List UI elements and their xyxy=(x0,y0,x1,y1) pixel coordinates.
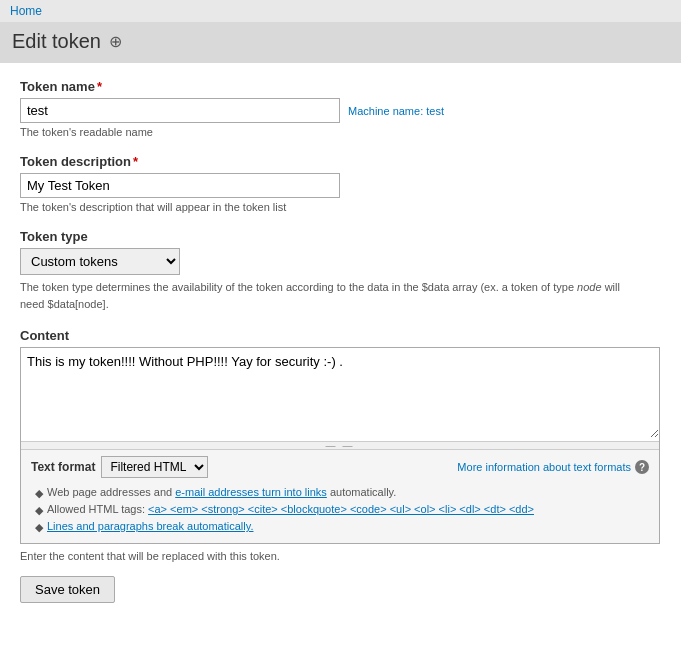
token-type-select[interactable]: Custom tokens Node User Global xyxy=(20,248,180,275)
rule-text-3: Lines and paragraphs break automatically… xyxy=(47,520,253,532)
more-info-label: More information about text formats xyxy=(457,461,631,473)
content-hint: Enter the content that will be replaced … xyxy=(20,550,661,562)
rule-item-2: ◆ Allowed HTML tags: <a> <em> <strong> <… xyxy=(35,503,649,517)
content-label: Content xyxy=(20,328,661,343)
more-info-link[interactable]: More information about text formats ? xyxy=(457,460,649,474)
rules-list: ◆ Web page addresses and e-mail addresse… xyxy=(35,486,649,534)
resize-dots: — — xyxy=(326,440,355,451)
content-box: — — Text format Filtered HTML Full HTML … xyxy=(20,347,660,544)
machine-name-hint: Machine name: test xyxy=(348,105,444,117)
rule-link-1[interactable]: e-mail addresses turn into links xyxy=(175,486,327,498)
format-left: Text format Filtered HTML Full HTML Plai… xyxy=(31,456,208,478)
resize-handle: — — xyxy=(21,441,659,449)
token-type-label: Token type xyxy=(20,229,661,244)
breadcrumb: Home xyxy=(0,0,681,22)
token-type-group: Token type Custom tokens Node User Globa… xyxy=(20,229,661,312)
edit-token-form: Token name* Machine name: test The token… xyxy=(0,63,681,619)
page-header: Edit token ⊕ xyxy=(0,22,681,63)
help-icon: ? xyxy=(635,460,649,474)
rule-text-1: Web page addresses and e-mail addresses … xyxy=(47,486,396,498)
bullet-1: ◆ xyxy=(35,487,43,500)
token-name-hint: The token's readable name xyxy=(20,126,661,138)
required-star: * xyxy=(97,79,102,94)
content-section: Content — — Text format Filtered HTML Fu… xyxy=(20,328,661,562)
add-icon[interactable]: ⊕ xyxy=(109,32,122,51)
home-link[interactable]: Home xyxy=(10,4,42,18)
token-name-group: Token name* Machine name: test The token… xyxy=(20,79,661,138)
token-name-input[interactable] xyxy=(20,98,340,123)
token-description-label: Token description* xyxy=(20,154,661,169)
rule-link-3[interactable]: Lines and paragraphs break automatically… xyxy=(47,520,253,532)
page-title: Edit token xyxy=(12,30,101,53)
token-description-hint: The token's description that will appear… xyxy=(20,201,661,213)
content-textarea[interactable] xyxy=(21,348,659,438)
format-bar-top: Text format Filtered HTML Full HTML Plai… xyxy=(31,456,649,478)
format-label: Text format xyxy=(31,460,95,474)
required-star-desc: * xyxy=(133,154,138,169)
bullet-3: ◆ xyxy=(35,521,43,534)
rule-item-1: ◆ Web page addresses and e-mail addresse… xyxy=(35,486,649,500)
rule-item-3: ◆ Lines and paragraphs break automatical… xyxy=(35,520,649,534)
token-name-label: Token name* xyxy=(20,79,661,94)
save-button[interactable]: Save token xyxy=(20,576,115,603)
rule-text-2: Allowed HTML tags: <a> <em> <strong> <ci… xyxy=(47,503,534,515)
type-description: The token type determines the availabili… xyxy=(20,279,640,312)
rule-link-2[interactable]: <a> <em> <strong> <cite> <blockquote> <c… xyxy=(148,503,534,515)
format-select[interactable]: Filtered HTML Full HTML Plain text xyxy=(101,456,208,478)
format-bar: Text format Filtered HTML Full HTML Plai… xyxy=(21,449,659,543)
format-rules: ◆ Web page addresses and e-mail addresse… xyxy=(31,486,649,534)
bullet-2: ◆ xyxy=(35,504,43,517)
token-description-group: Token description* The token's descripti… xyxy=(20,154,661,213)
token-description-input[interactable] xyxy=(20,173,340,198)
